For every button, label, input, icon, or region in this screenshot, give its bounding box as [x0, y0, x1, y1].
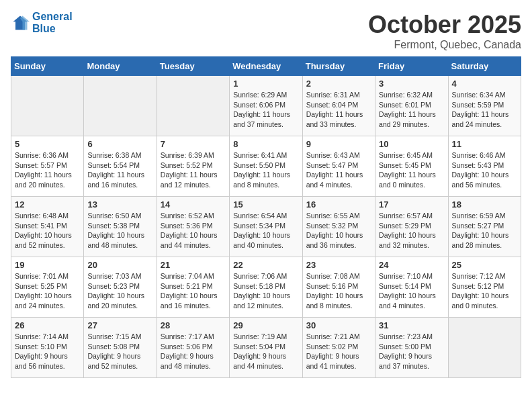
day-info: Sunrise: 7:04 AM Sunset: 5:21 PM Dayligh…: [161, 271, 226, 311]
day-number: 23: [306, 260, 371, 270]
day-info: Sunrise: 6:39 AM Sunset: 5:52 PM Dayligh…: [161, 150, 226, 190]
day-number: 7: [161, 139, 226, 149]
day-number: 19: [15, 260, 80, 270]
calendar-cell: 31Sunrise: 7:23 AM Sunset: 5:00 PM Dayli…: [375, 318, 448, 378]
day-info: Sunrise: 6:43 AM Sunset: 5:47 PM Dayligh…: [306, 150, 371, 190]
calendar-cell: 22Sunrise: 7:06 AM Sunset: 5:18 PM Dayli…: [230, 257, 302, 318]
calendar-cell: 14Sunrise: 6:52 AM Sunset: 5:36 PM Dayli…: [157, 197, 229, 257]
header-row: SundayMondayTuesdayWednesdayThursdayFrid…: [11, 57, 521, 76]
day-number: 8: [233, 139, 298, 149]
calendar-cell: 30Sunrise: 7:21 AM Sunset: 5:02 PM Dayli…: [302, 318, 375, 378]
header-wednesday: Wednesday: [230, 57, 302, 76]
day-number: 4: [452, 79, 517, 89]
day-info: Sunrise: 7:10 AM Sunset: 5:14 PM Dayligh…: [379, 271, 444, 311]
week-row-1: 1Sunrise: 6:29 AM Sunset: 6:06 PM Daylig…: [11, 76, 521, 136]
day-number: 27: [87, 320, 152, 330]
day-number: 29: [233, 320, 298, 330]
week-row-3: 12Sunrise: 6:48 AM Sunset: 5:41 PM Dayli…: [11, 197, 521, 257]
day-number: 10: [379, 139, 444, 149]
calendar-cell: 19Sunrise: 7:01 AM Sunset: 5:25 PM Dayli…: [11, 257, 84, 318]
day-info: Sunrise: 7:03 AM Sunset: 5:23 PM Dayligh…: [87, 271, 152, 311]
calendar-cell: [84, 76, 157, 136]
day-info: Sunrise: 6:31 AM Sunset: 6:04 PM Dayligh…: [306, 90, 371, 130]
day-number: 9: [306, 139, 371, 149]
header-saturday: Saturday: [448, 57, 521, 76]
calendar-cell: 21Sunrise: 7:04 AM Sunset: 5:21 PM Dayli…: [157, 257, 229, 318]
day-info: Sunrise: 7:01 AM Sunset: 5:25 PM Dayligh…: [15, 271, 80, 311]
day-info: Sunrise: 6:59 AM Sunset: 5:27 PM Dayligh…: [452, 211, 517, 250]
day-info: Sunrise: 7:08 AM Sunset: 5:16 PM Dayligh…: [306, 271, 371, 311]
calendar-table: SundayMondayTuesdayWednesdayThursdayFrid…: [11, 56, 521, 378]
calendar-cell: 18Sunrise: 6:59 AM Sunset: 5:27 PM Dayli…: [448, 197, 521, 257]
calendar-cell: 13Sunrise: 6:50 AM Sunset: 5:38 PM Dayli…: [84, 197, 157, 257]
week-row-5: 26Sunrise: 7:14 AM Sunset: 5:10 PM Dayli…: [11, 318, 521, 378]
calendar-cell: 24Sunrise: 7:10 AM Sunset: 5:14 PM Dayli…: [375, 257, 448, 318]
calendar-cell: 27Sunrise: 7:15 AM Sunset: 5:08 PM Dayli…: [84, 318, 157, 378]
day-number: 25: [452, 260, 517, 270]
logo-text: General Blue: [32, 11, 73, 35]
day-number: 11: [452, 139, 517, 149]
logo-icon: [11, 13, 30, 32]
header-sunday: Sunday: [11, 57, 84, 76]
page-header: General Blue October 2025 Fermont, Quebe…: [11, 11, 521, 51]
day-info: Sunrise: 6:57 AM Sunset: 5:29 PM Dayligh…: [379, 211, 444, 250]
day-number: 30: [306, 320, 371, 330]
calendar-cell: [11, 76, 84, 136]
day-number: 16: [306, 199, 371, 210]
day-number: 6: [87, 139, 152, 149]
calendar-title: October 2025: [368, 11, 521, 39]
day-info: Sunrise: 7:19 AM Sunset: 5:04 PM Dayligh…: [233, 332, 298, 371]
day-info: Sunrise: 7:23 AM Sunset: 5:00 PM Dayligh…: [379, 332, 444, 371]
day-number: 1: [233, 79, 298, 89]
calendar-cell: 4Sunrise: 6:34 AM Sunset: 5:59 PM Daylig…: [448, 76, 521, 136]
day-number: 15: [233, 199, 298, 210]
day-info: Sunrise: 6:36 AM Sunset: 5:57 PM Dayligh…: [15, 150, 80, 190]
calendar-cell: 10Sunrise: 6:45 AM Sunset: 5:45 PM Dayli…: [375, 136, 448, 197]
week-row-4: 19Sunrise: 7:01 AM Sunset: 5:25 PM Dayli…: [11, 257, 521, 318]
calendar-cell: 9Sunrise: 6:43 AM Sunset: 5:47 PM Daylig…: [302, 136, 375, 197]
title-block: October 2025 Fermont, Quebec, Canada: [368, 11, 521, 51]
day-number: 13: [87, 199, 152, 210]
day-number: 3: [379, 79, 444, 89]
day-number: 22: [233, 260, 298, 270]
day-info: Sunrise: 6:55 AM Sunset: 5:32 PM Dayligh…: [306, 211, 371, 250]
day-info: Sunrise: 6:52 AM Sunset: 5:36 PM Dayligh…: [161, 211, 226, 250]
calendar-cell: 3Sunrise: 6:32 AM Sunset: 6:01 PM Daylig…: [375, 76, 448, 136]
calendar-cell: 29Sunrise: 7:19 AM Sunset: 5:04 PM Dayli…: [230, 318, 302, 378]
calendar-cell: 20Sunrise: 7:03 AM Sunset: 5:23 PM Dayli…: [84, 257, 157, 318]
header-friday: Friday: [375, 57, 448, 76]
day-info: Sunrise: 6:38 AM Sunset: 5:54 PM Dayligh…: [87, 150, 152, 190]
logo: General Blue: [11, 11, 73, 35]
day-info: Sunrise: 7:12 AM Sunset: 5:12 PM Dayligh…: [452, 271, 517, 311]
day-info: Sunrise: 7:17 AM Sunset: 5:06 PM Dayligh…: [161, 332, 226, 371]
day-number: 31: [379, 320, 444, 330]
calendar-cell: [157, 76, 229, 136]
header-monday: Monday: [84, 57, 157, 76]
day-info: Sunrise: 6:48 AM Sunset: 5:41 PM Dayligh…: [15, 211, 80, 250]
calendar-cell: 2Sunrise: 6:31 AM Sunset: 6:04 PM Daylig…: [302, 76, 375, 136]
calendar-cell: 15Sunrise: 6:54 AM Sunset: 5:34 PM Dayli…: [230, 197, 302, 257]
day-info: Sunrise: 6:45 AM Sunset: 5:45 PM Dayligh…: [379, 150, 444, 190]
day-number: 20: [87, 260, 152, 270]
day-info: Sunrise: 6:41 AM Sunset: 5:50 PM Dayligh…: [233, 150, 298, 190]
header-thursday: Thursday: [302, 57, 375, 76]
calendar-cell: 5Sunrise: 6:36 AM Sunset: 5:57 PM Daylig…: [11, 136, 84, 197]
calendar-cell: 16Sunrise: 6:55 AM Sunset: 5:32 PM Dayli…: [302, 197, 375, 257]
header-tuesday: Tuesday: [157, 57, 229, 76]
calendar-cell: 12Sunrise: 6:48 AM Sunset: 5:41 PM Dayli…: [11, 197, 84, 257]
calendar-cell: 6Sunrise: 6:38 AM Sunset: 5:54 PM Daylig…: [84, 136, 157, 197]
day-number: 12: [15, 199, 80, 210]
calendar-cell: [448, 318, 521, 378]
day-info: Sunrise: 7:21 AM Sunset: 5:02 PM Dayligh…: [306, 332, 371, 371]
calendar-cell: 7Sunrise: 6:39 AM Sunset: 5:52 PM Daylig…: [157, 136, 229, 197]
calendar-cell: 23Sunrise: 7:08 AM Sunset: 5:16 PM Dayli…: [302, 257, 375, 318]
day-number: 14: [161, 199, 226, 210]
day-number: 21: [161, 260, 226, 270]
day-info: Sunrise: 7:14 AM Sunset: 5:10 PM Dayligh…: [15, 332, 80, 371]
calendar-cell: 17Sunrise: 6:57 AM Sunset: 5:29 PM Dayli…: [375, 197, 448, 257]
day-number: 24: [379, 260, 444, 270]
day-number: 17: [379, 199, 444, 210]
calendar-cell: 26Sunrise: 7:14 AM Sunset: 5:10 PM Dayli…: [11, 318, 84, 378]
week-row-2: 5Sunrise: 6:36 AM Sunset: 5:57 PM Daylig…: [11, 136, 521, 197]
day-info: Sunrise: 7:15 AM Sunset: 5:08 PM Dayligh…: [87, 332, 152, 371]
